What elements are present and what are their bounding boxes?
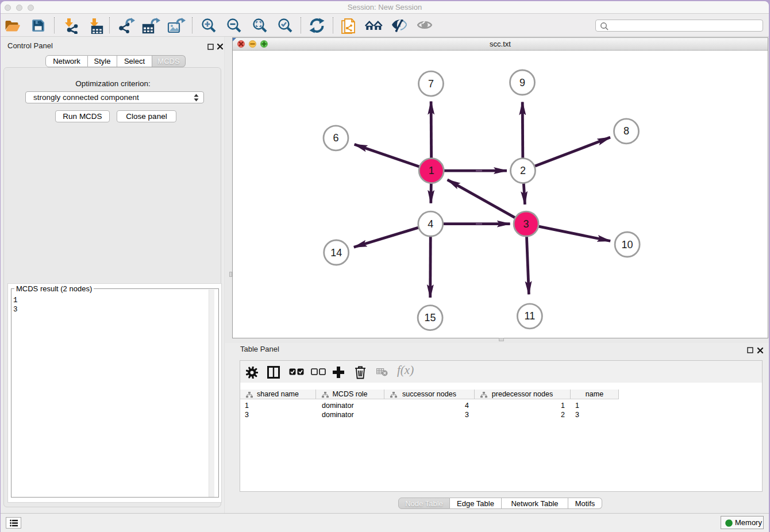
svg-text:11: 11 <box>525 310 536 322</box>
svg-text:10: 10 <box>622 239 633 250</box>
svg-text:9: 9 <box>519 77 525 88</box>
svg-text:2: 2 <box>520 165 526 176</box>
svg-text:14: 14 <box>330 247 342 259</box>
svg-text:7: 7 <box>428 78 434 90</box>
svg-text:1: 1 <box>429 165 434 176</box>
svg-text:6: 6 <box>333 132 338 144</box>
svg-text:8: 8 <box>623 125 629 137</box>
svg-text:3: 3 <box>523 218 529 230</box>
svg-text:15: 15 <box>425 312 436 323</box>
svg-text:4: 4 <box>428 218 433 230</box>
